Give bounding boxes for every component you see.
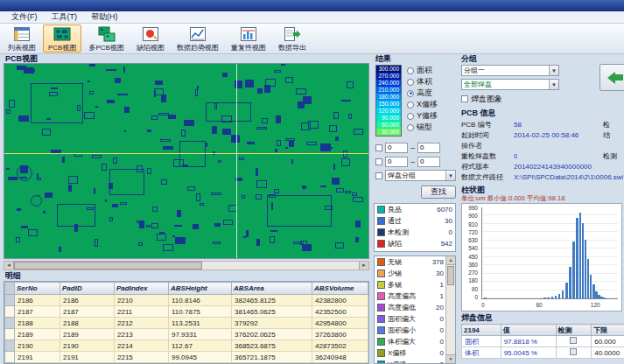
- chevron-down-icon[interactable]: ▼: [445, 171, 455, 180]
- legend-color-swatch: [377, 326, 385, 334]
- menu-tools[interactable]: 工具(T): [46, 10, 84, 24]
- scrollbar-track[interactable]: [202, 262, 359, 270]
- pcb-pad: [68, 185, 72, 192]
- pcb-pad: [223, 220, 233, 225]
- legend-item[interactable]: 少锡30: [375, 268, 455, 279]
- detail-table[interactable]: SerNoPadIDPadIndexABSHeightABSAreaABSVol…: [4, 281, 369, 364]
- legend-item[interactable]: 多锡1: [375, 279, 455, 290]
- range-filter-2-checkbox[interactable]: [375, 158, 382, 165]
- table-row[interactable]: 218621862210110.8146382465.812542382800: [5, 295, 368, 306]
- legend-label: Y偏移: [388, 360, 406, 364]
- row-selector[interactable]: [5, 318, 15, 329]
- legend-item[interactable]: 面积偏小0: [375, 325, 455, 336]
- pad-group-checkbox[interactable]: [375, 172, 382, 179]
- chevron-down-icon[interactable]: ▼: [549, 80, 558, 89]
- measure-radio[interactable]: 体积: [407, 76, 438, 88]
- detail-cell: 2210: [115, 295, 169, 306]
- detail-cell: 2190: [60, 340, 115, 352]
- defect-list-scrollbar[interactable]: ▲ ▼: [445, 256, 455, 363]
- measure-radio[interactable]: X偏移: [407, 99, 438, 110]
- row-selector[interactable]: [5, 352, 15, 363]
- toolbar-button-export[interactable]: 数据导出: [273, 24, 312, 52]
- export-icon: [284, 25, 301, 43]
- pcb-pad: [21, 226, 28, 228]
- pad-select[interactable]: 全部焊盘 ▼: [461, 79, 559, 90]
- legend-label: 少锡: [388, 269, 402, 278]
- measure-radio[interactable]: 面积: [407, 65, 438, 76]
- histogram-bar: [569, 267, 571, 298]
- pad-group-combobox[interactable]: 焊盘分组 ▼: [385, 170, 456, 181]
- table-row[interactable]: 21912191221599.0945365721.187536240948: [5, 352, 368, 363]
- pad-info-row: 面积97.8818 %60.000: [462, 336, 624, 347]
- pcb-pad: [87, 207, 94, 210]
- pcb-pad: [270, 236, 275, 243]
- detail-column-header[interactable]: ABSArea: [232, 283, 312, 295]
- row-selector[interactable]: [5, 306, 15, 318]
- legend-item[interactable]: 体积偏大0: [375, 336, 455, 347]
- legend-item[interactable]: X偏移0: [375, 347, 455, 359]
- measure-radio-list: 面积体积高度X偏移Y偏移锡型: [407, 65, 438, 133]
- toolbar-button-list-view[interactable]: 列表视图: [3, 24, 41, 52]
- row-selector[interactable]: [5, 329, 15, 340]
- legend-item[interactable]: 无锡378: [375, 256, 455, 268]
- detail-column-header[interactable]: ABSHeight: [169, 283, 232, 295]
- scroll-down-arrow-icon[interactable]: ▼: [446, 354, 455, 363]
- legend-item[interactable]: Y偏移0: [375, 359, 455, 364]
- pad-image-checkbox[interactable]: [461, 95, 468, 102]
- color-scale-segment: 270.000: [376, 73, 401, 80]
- pcb-pad: [17, 208, 21, 211]
- legend-item[interactable]: 高度偏低20: [375, 302, 455, 313]
- row-selector[interactable]: [5, 295, 15, 306]
- chevron-down-icon[interactable]: ▼: [549, 66, 558, 75]
- scrollbar-thumb[interactable]: [447, 266, 454, 285]
- scroll-left-arrow-icon[interactable]: ◄: [4, 262, 14, 270]
- group-select[interactable]: 分组一 ▼: [461, 65, 559, 76]
- scroll-right-arrow-icon[interactable]: ►: [359, 262, 368, 270]
- range-max-input-1[interactable]: [417, 143, 440, 153]
- range-filter-1-checkbox[interactable]: [375, 144, 382, 151]
- legend-item[interactable]: 高度偏高1: [375, 290, 455, 302]
- table-row[interactable]: 218721872211110.7875381465.062542352500: [5, 306, 368, 318]
- menu-file[interactable]: 文件(F): [5, 10, 44, 24]
- table-row[interactable]: 219021902214112.67368523.687542873502: [5, 340, 368, 352]
- pcb-pad: [242, 195, 245, 199]
- scroll-up-arrow-icon[interactable]: ▲: [446, 256, 455, 265]
- detail-column-header[interactable]: PadIndex: [115, 283, 169, 295]
- toolbar-button-defect-view[interactable]: 缺陷视图: [131, 24, 170, 52]
- legend-item[interactable]: 面积偏大0: [375, 313, 455, 325]
- table-row[interactable]: 218821882212113.253137929242954800: [5, 318, 368, 329]
- y-tick-label: 270: [468, 270, 478, 276]
- detail-label: 明细: [5, 271, 21, 280]
- table-row[interactable]: 21892189221397.9331376202.062537263800: [5, 329, 368, 340]
- pcb-pad: [221, 116, 232, 122]
- pcb-pad: [89, 64, 95, 66]
- legend-count: 30: [445, 217, 452, 225]
- measure-radio[interactable]: Y偏移: [407, 110, 438, 122]
- legend-item[interactable]: 未检测0: [375, 227, 455, 238]
- legend-item[interactable]: 良品6070: [375, 204, 455, 215]
- pcb-horizontal-scrollbar[interactable]: ◄ ►: [4, 261, 369, 270]
- toolbar-button-pcb-view[interactable]: PCB视图: [43, 24, 81, 52]
- detail-column-header[interactable]: ABSVolume: [312, 283, 368, 295]
- pad-info-checkbox[interactable]: [570, 348, 577, 355]
- menu-help[interactable]: 帮助(H): [85, 10, 124, 24]
- row-selector[interactable]: [5, 340, 15, 352]
- measure-radio[interactable]: 高度: [407, 88, 438, 99]
- legend-item[interactable]: 通过30: [375, 215, 455, 227]
- pcb-canvas[interactable]: [4, 63, 369, 259]
- range-min-input-2[interactable]: [385, 157, 408, 167]
- toolbar-button-trend-view[interactable]: 数据趋势视图: [172, 24, 224, 52]
- find-button[interactable]: 查找: [421, 186, 456, 199]
- range-min-input-1[interactable]: [385, 143, 408, 153]
- pad-info-checkbox[interactable]: [570, 337, 577, 344]
- legend-item[interactable]: 缺陷542: [375, 238, 455, 249]
- range-max-input-2[interactable]: [417, 157, 440, 167]
- load-pad-image-button[interactable]: [599, 64, 624, 91]
- scrollbar-thumb[interactable]: [14, 262, 202, 270]
- detail-column-header[interactable]: SerNo: [15, 283, 60, 295]
- toolbar-button-repeat-view[interactable]: 重复性视图: [226, 24, 271, 52]
- toolbar-button-multi-pcb-view[interactable]: 多PCB视图: [83, 24, 129, 52]
- measure-radio[interactable]: 锡型: [407, 122, 438, 133]
- group-label: 分组: [461, 54, 477, 63]
- detail-column-header[interactable]: PadID: [60, 283, 115, 295]
